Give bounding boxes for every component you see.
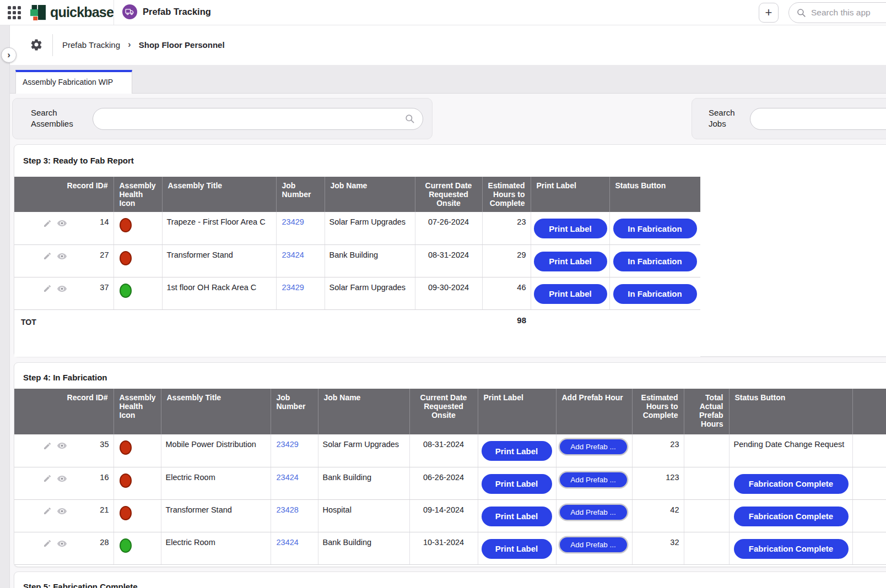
assembly-title-cell: Transformer Stand	[162, 244, 276, 277]
print-label-button[interactable]: Print Label	[482, 539, 552, 559]
column-header-status-button: Status Button	[729, 389, 852, 434]
page-content: Prefab Tracking › Shop Floor Personnel A…	[10, 25, 886, 588]
edit-record-icon[interactable]	[43, 252, 52, 260]
fabrication-complete-button[interactable]: Fabrication Complete	[734, 539, 849, 559]
current-app[interactable]: Prefab Tracking	[122, 4, 211, 19]
print-label-button[interactable]: Print Label	[482, 441, 552, 461]
job-name-cell: Solar Farm Upgrades	[325, 277, 415, 309]
collapsed-sidebar-rail	[0, 25, 10, 588]
breadcrumb-app-link[interactable]: Prefab Tracking	[62, 40, 120, 50]
sidebar-expand-button[interactable]: ›	[1, 47, 17, 63]
add-prefab-hour-button[interactable]: Add Prefab ...	[560, 537, 627, 552]
assembly-title-cell: 1st floor OH Rack Area C	[162, 277, 276, 309]
column-header-print-label: Print Label	[478, 389, 556, 434]
job-number-link[interactable]: 23429	[282, 283, 304, 292]
edit-record-icon[interactable]	[43, 507, 52, 515]
search-icon	[404, 113, 415, 124]
edit-record-icon[interactable]	[43, 284, 52, 293]
assembly-health-icon	[120, 218, 132, 232]
view-record-icon[interactable]	[57, 218, 67, 228]
date-requested-cell: 08-31-2024	[415, 244, 482, 277]
print-label-button[interactable]: Print Label	[482, 507, 552, 526]
edit-record-icon[interactable]	[43, 219, 52, 228]
total-actual-hours-cell	[684, 532, 729, 564]
date-requested-cell: 06-26-2024	[409, 467, 478, 499]
job-number-link[interactable]: 23428	[277, 505, 299, 514]
edit-record-icon[interactable]	[43, 442, 52, 450]
assembly-title-cell: Electric Room	[161, 532, 271, 564]
edit-record-icon[interactable]	[43, 474, 52, 483]
date-requested-cell: 10-31-2024	[409, 532, 478, 564]
search-jobs-box[interactable]	[750, 108, 886, 130]
breadcrumb-chevron-icon: ›	[128, 39, 131, 50]
view-record-icon[interactable]	[57, 440, 67, 451]
status-text: Pending Date Change Request	[734, 440, 845, 449]
app-truck-icon	[122, 4, 137, 19]
estimated-hours-cell: 42	[632, 499, 684, 532]
total-actual-hours-cell	[684, 499, 729, 532]
in-fabrication-button[interactable]: In Fabrication	[613, 219, 697, 238]
app-switcher-icon[interactable]	[8, 6, 21, 19]
search-jobs-input[interactable]	[750, 108, 886, 129]
assembly-title-cell: Electric Room	[161, 467, 271, 499]
tab-assembly-fabrication-wip[interactable]: Assembly Fabrication WIP	[15, 70, 132, 94]
in-fabrication-button[interactable]: In Fabrication	[613, 284, 697, 304]
print-label-button[interactable]: Print Label	[534, 284, 607, 304]
estimated-hours-cell: 23	[632, 434, 684, 467]
print-label-button[interactable]: Print Label	[534, 252, 607, 271]
search-assemblies-panel: Search Assemblies	[12, 98, 433, 139]
estimated-hours-cell: 123	[632, 467, 684, 499]
edit-record-icon[interactable]	[43, 539, 52, 548]
add-prefab-hour-button[interactable]: Add Prefab ...	[560, 505, 627, 520]
add-prefab-hour-button[interactable]: Add Prefab ...	[560, 472, 627, 487]
fabrication-complete-button[interactable]: Fabrication Complete	[734, 474, 849, 494]
table-row: 27 Transformer Stand 23424 Bank Building…	[14, 244, 700, 277]
assembly-title-cell: Mobile Power Distribution	[161, 434, 271, 467]
totals-row: TOT 98	[14, 309, 700, 357]
app-name: Prefab Tracking	[143, 7, 211, 17]
add-new-button[interactable]: +	[759, 3, 779, 23]
step4-report-title: Step 4: In Fabrication	[23, 373, 107, 382]
job-number-link[interactable]: 23424	[277, 473, 299, 482]
print-label-button[interactable]: Print Label	[482, 474, 552, 494]
in-fabrication-button[interactable]: In Fabrication	[613, 252, 697, 271]
job-number-link[interactable]: 23429	[277, 440, 299, 449]
estimated-hours-cell: 46	[482, 277, 531, 309]
job-number-link[interactable]: 23429	[282, 217, 304, 226]
view-record-icon[interactable]	[57, 506, 67, 516]
totals-estimated-hours: 98	[482, 309, 531, 357]
job-number-link[interactable]: 23424	[277, 538, 299, 547]
date-requested-cell: 08-31-2024	[409, 434, 478, 467]
print-label-button[interactable]: Print Label	[534, 219, 607, 238]
column-header-estimated-hours-to-complete: Estimated Hours to Complete	[482, 177, 531, 212]
job-name-cell: Bank Building	[318, 467, 409, 499]
quickbase-logo[interactable]: quickbase	[30, 4, 114, 20]
estimated-hours-cell: 29	[482, 244, 531, 277]
search-assemblies-input[interactable]	[93, 108, 404, 129]
view-record-icon[interactable]	[57, 284, 67, 294]
view-record-icon[interactable]	[57, 473, 67, 484]
column-header-estimated-hours-to-complete: Estimated Hours to Complete	[632, 389, 684, 434]
column-header-job-number: Job Number	[276, 177, 325, 212]
quickbase-logo-mark-icon	[30, 5, 46, 20]
date-requested-cell: 07-26-2024	[415, 212, 482, 244]
step3-report-title: Step 3: Ready to Fab Report	[23, 156, 134, 165]
date-requested-cell: 09-30-2024	[415, 277, 482, 309]
table-row: 37 1st floor OH Rack Area C 23429 Solar …	[14, 277, 700, 309]
assembly-health-icon	[120, 440, 132, 455]
assembly-title-cell: Transformer Stand	[161, 499, 271, 532]
add-prefab-hour-button[interactable]: Add Prefab ...	[560, 439, 627, 454]
step3-ready-to-fab-card: Step 3: Ready to Fab Report Record ID# A…	[14, 144, 886, 357]
search-assemblies-box[interactable]	[93, 108, 423, 130]
app-search-input[interactable]	[811, 8, 886, 18]
fabrication-complete-button[interactable]: Fabrication Complete	[734, 507, 849, 526]
step4-table: Record ID# Assembly Health Icon Assembly…	[14, 389, 886, 565]
assembly-health-icon	[120, 506, 132, 520]
record-id: 37	[100, 283, 109, 292]
view-record-icon[interactable]	[57, 251, 67, 262]
settings-gear-icon[interactable]	[30, 38, 44, 52]
app-search-box[interactable]	[788, 2, 886, 23]
job-number-link[interactable]: 23424	[282, 251, 304, 259]
view-record-icon[interactable]	[57, 538, 67, 549]
step4-header-row: Record ID# Assembly Health Icon Assembly…	[14, 389, 886, 434]
